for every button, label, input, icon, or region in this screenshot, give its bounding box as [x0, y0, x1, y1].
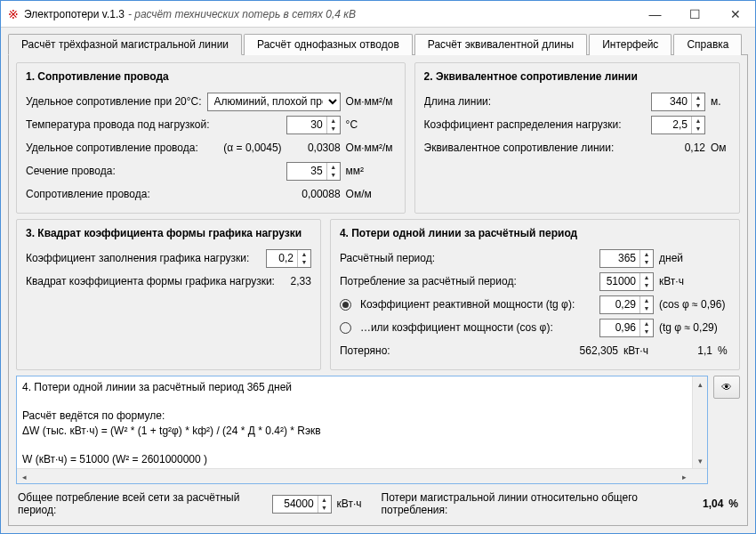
cos-label[interactable]: …или коэффициент мощности (cos φ):: [360, 321, 594, 334]
period-unit: дней: [659, 252, 730, 264]
req-unit: Ом: [711, 142, 730, 154]
sect-unit: мм²: [346, 165, 396, 177]
tab-equiv-length[interactable]: Расчёт эквивалентной длины: [414, 34, 587, 55]
cos-note: (tg φ ≈ 0,29): [659, 321, 730, 334]
len-unit: м.: [711, 95, 730, 108]
temp-unit: °С: [346, 118, 396, 131]
tab-body: 1. Сопротивление провода Удельное сопрот…: [8, 54, 748, 526]
group3-title: 3. Квадрат коэффициента формы графика на…: [26, 227, 311, 239]
scroll-up-icon[interactable]: ▴: [693, 376, 708, 392]
cons-unit: кВт·ч: [659, 275, 730, 287]
group2-title: 2. Эквивалентное сопротивление линии: [424, 70, 730, 83]
len-spinner[interactable]: ▲▼: [651, 93, 705, 111]
alpha-text: (α = 0,0045): [223, 142, 281, 154]
cons-label: Потребление за расчётный период:: [340, 275, 594, 287]
summary-bar: Общее потребление всей сети за расчётный…: [16, 490, 740, 518]
tab-main-line[interactable]: Расчёт трёхфазной магистральной линии: [8, 34, 242, 55]
cons-spinner[interactable]: ▲▼: [599, 272, 654, 291]
tab-strip: Расчёт трёхфазной магистральной линии Ра…: [1, 28, 755, 54]
rwire-unit: Ом/м: [346, 188, 396, 200]
kf2-label: Квадрат коэффициента формы графика нагру…: [26, 275, 276, 287]
rel-label: Потери магистральной линии относительно …: [382, 491, 692, 516]
req-label: Эквивалентное сопротивление линии:: [424, 142, 655, 154]
total-label: Общее потребление всей сети за расчётный…: [18, 491, 267, 516]
r20-select[interactable]: Алюминий, плохой прово: [207, 93, 341, 111]
group-load-form: 3. Квадрат коэффициента формы графика на…: [16, 219, 321, 370]
period-label: Расчётный период:: [340, 252, 594, 264]
kr-label: Коэффициент распределения нагрузки:: [424, 118, 646, 131]
r20-unit: Ом·мм²/м: [346, 95, 396, 108]
group-wire-resistance: 1. Сопротивление провода Удельное сопрот…: [16, 62, 406, 214]
lost-label: Потеряно:: [340, 344, 568, 357]
scrollbar-vertical[interactable]: ▴ ▾: [692, 376, 707, 468]
radio-cos[interactable]: [340, 322, 351, 334]
tg-label[interactable]: Коэффициент реактивной мощности (tg φ):: [360, 298, 594, 311]
eye-icon: 👁: [721, 381, 732, 393]
titlebar: ※ Электропотери v.1.3 - расчёт техническ…: [1, 1, 755, 28]
tab-single-phase[interactable]: Расчёт однофазных отводов: [244, 34, 413, 55]
tab-interface[interactable]: Интерфейс: [589, 34, 672, 55]
rud-unit: Ом·мм²/м: [346, 142, 396, 154]
lost-unit: кВт·ч: [623, 344, 659, 357]
app-icon: ※: [8, 7, 19, 21]
tab-help[interactable]: Справка: [673, 34, 742, 55]
calc-log[interactable]: 4. Потери одной линии за расчётный перио…: [16, 376, 708, 484]
len-label: Длина линии:: [424, 95, 646, 108]
window-title: Электропотери v.1.3: [24, 8, 125, 20]
radio-tg[interactable]: [340, 299, 351, 311]
tg-spinner[interactable]: ▲▼: [599, 295, 654, 314]
lost-pct: 1,1: [691, 344, 712, 357]
temp-label: Температура провода под нагрузкой:: [26, 118, 281, 131]
pct-unit: %: [718, 344, 730, 357]
scroll-right-icon[interactable]: ▸: [677, 469, 692, 484]
close-button[interactable]: ✕: [715, 1, 755, 27]
req-value: 0,12: [661, 142, 705, 154]
rwire-label: Сопротивление провода:: [26, 188, 291, 200]
scroll-down-icon[interactable]: ▾: [693, 453, 708, 468]
group4-title: 4. Потери одной линии за расчётный перио…: [340, 227, 730, 239]
app-window: ※ Электропотери v.1.3 - расчёт техническ…: [0, 0, 756, 534]
window-subtitle: - расчёт технических потерь в сетях 0,4 …: [128, 8, 356, 20]
rel-unit: %: [728, 498, 738, 510]
sect-label: Сечение провода:: [26, 165, 281, 177]
total-spinner[interactable]: ▲▼: [272, 495, 332, 514]
maximize-button[interactable]: ☐: [675, 1, 715, 27]
r20-label: Удельное сопротивление при 20°С:: [26, 95, 202, 108]
calc-log-text: 4. Потери одной линии за расчётный перио…: [17, 376, 692, 468]
scroll-left-icon[interactable]: ◂: [17, 469, 32, 484]
lost-value: 562,305: [574, 344, 618, 357]
kz-spinner[interactable]: ▲▼: [266, 249, 311, 268]
scrollbar-horizontal[interactable]: ◂ ▸: [17, 468, 707, 483]
group1-title: 1. Сопротивление провода: [26, 70, 396, 83]
total-unit: кВт·ч: [337, 498, 362, 510]
rud-label: Удельное сопротивление провода:: [26, 142, 218, 154]
tg-note: (cos φ ≈ 0,96): [659, 298, 730, 311]
rel-value: 1,04: [703, 498, 723, 510]
group-equiv-resistance: 2. Эквивалентное сопротивление линии Дли…: [414, 62, 740, 214]
sect-spinner[interactable]: ▲▼: [286, 162, 341, 181]
kf2-value: 2,33: [281, 275, 311, 287]
group-line-losses: 4. Потери одной линии за расчётный перио…: [330, 219, 740, 370]
view-button[interactable]: 👁: [713, 376, 740, 399]
cos-spinner[interactable]: ▲▼: [599, 319, 654, 337]
kr-spinner[interactable]: ▲▼: [651, 116, 705, 134]
rud-value: 0,0308: [296, 142, 341, 154]
temp-spinner[interactable]: ▲▼: [286, 116, 341, 134]
kz-label: Коэффициент заполнения графика нагрузки:: [26, 252, 261, 264]
rwire-value: 0,00088: [296, 188, 341, 200]
minimize-button[interactable]: —: [635, 1, 675, 27]
period-spinner[interactable]: ▲▼: [599, 249, 654, 268]
